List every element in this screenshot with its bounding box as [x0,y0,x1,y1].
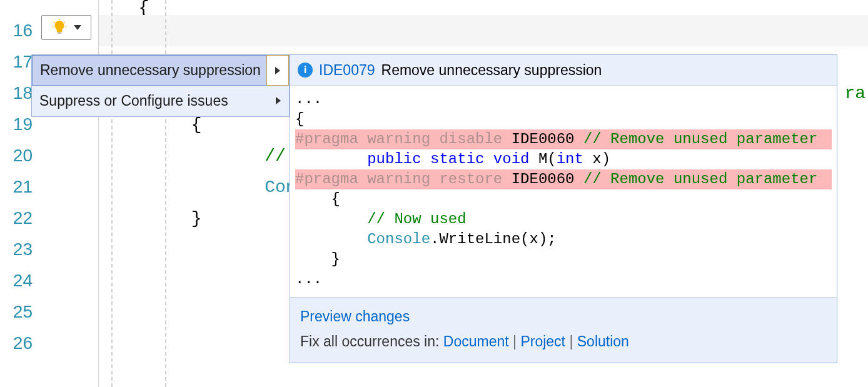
arrow-right-icon [276,97,281,104]
svg-rect-0 [58,33,62,34]
line-number: 23 [0,234,39,265]
info-icon: i [298,63,313,78]
fix-scope-solution[interactable]: Solution [577,333,629,349]
fix-scope-project[interactable]: Project [520,333,565,349]
preview-diff: ... { #pragma warning disable IDE0060 //… [290,86,837,297]
menu-item-label: Suppress or Configure issues [39,93,228,109]
submenu-indicator[interactable] [267,85,290,116]
lightbulb-icon [51,19,68,36]
current-line-highlight [99,15,868,46]
fix-scope-prefix: Fix all occurrences in: [300,333,443,349]
lightbulb-button[interactable] [41,15,91,40]
quick-actions-menu: Remove unnecessary suppression Suppress … [31,54,290,117]
arrow-right-icon [275,67,280,74]
diagnostic-id-link[interactable]: IDE0079 [319,62,375,79]
preview-changes-link[interactable]: Preview changes [300,308,410,324]
line-number: 24 [0,265,39,296]
menu-item-suppress-configure[interactable]: Suppress or Configure issues [32,86,289,116]
preview-footer: Preview changes Fix all occurrences in: … [290,297,837,363]
submenu-indicator[interactable] [266,55,289,86]
menu-item-remove-suppression[interactable]: Remove unnecessary suppression [32,55,289,86]
line-number: 22 [0,203,39,234]
line-number: 25 [0,296,39,328]
line-number: 16 [0,15,39,46]
fix-preview-popup: i IDE0079 Remove unnecessary suppression… [290,54,837,363]
preview-header: i IDE0079 Remove unnecessary suppression [290,55,837,86]
preview-title: Remove unnecessary suppression [381,62,602,79]
menu-item-label: Remove unnecessary suppression [40,62,261,79]
fix-scope-document[interactable]: Document [443,333,509,349]
line-number: 26 [0,328,39,359]
line-number: 20 [0,140,39,171]
line-number: 21 [0,171,39,203]
chevron-down-icon [74,25,81,30]
